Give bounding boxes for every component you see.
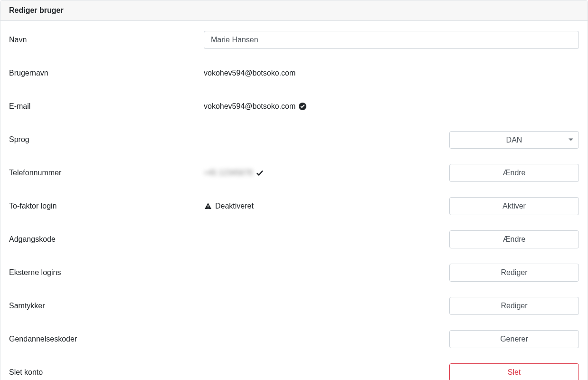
- external-logins-edit-button[interactable]: Rediger: [449, 264, 579, 282]
- name-label: Navn: [9, 36, 204, 44]
- phone-change-button[interactable]: Ændre: [449, 164, 579, 182]
- panel-body: Navn Brugernavn vokohev594@botsoko.com E…: [0, 21, 588, 380]
- email-row: E-mail vokohev594@botsoko.com: [9, 96, 579, 117]
- twofactor-value-wrapper: Deaktiveret: [204, 202, 449, 210]
- email-label: E-mail: [9, 102, 204, 111]
- consents-action-col: Rediger: [449, 297, 579, 315]
- check-icon: [256, 169, 264, 177]
- twofactor-status: Deaktiveret: [215, 202, 254, 210]
- consents-label: Samtykker: [9, 302, 204, 310]
- panel-header: Rediger bruger: [0, 0, 588, 21]
- username-label: Brugernavn: [9, 69, 204, 77]
- twofactor-activate-button[interactable]: Aktiver: [449, 197, 579, 215]
- password-label: Adgangskode: [9, 235, 204, 244]
- svg-rect-2: [208, 208, 209, 209]
- recovery-codes-row: Gendannelseskoder Generer: [9, 329, 579, 350]
- name-input[interactable]: [204, 31, 579, 49]
- phone-action-col: Ændre: [449, 164, 579, 182]
- recovery-codes-action-col: Generer: [449, 330, 579, 348]
- language-label: Sprog: [9, 135, 204, 144]
- username-value: vokohev594@botsoko.com: [204, 69, 579, 77]
- email-value: vokohev594@botsoko.com: [204, 102, 295, 111]
- password-row: Adgangskode Ændre: [9, 229, 579, 250]
- external-logins-label: Eksterne logins: [9, 268, 204, 277]
- name-row: Navn: [9, 29, 579, 50]
- language-row: Sprog DAN: [9, 129, 579, 150]
- phone-value-masked: +45 12345678: [204, 169, 253, 177]
- delete-account-button[interactable]: Slet: [449, 363, 579, 380]
- consents-edit-button[interactable]: Rediger: [449, 297, 579, 315]
- twofactor-label: To-faktor login: [9, 202, 204, 210]
- svg-rect-1: [208, 205, 209, 208]
- twofactor-action-col: Aktiver: [449, 197, 579, 215]
- language-select-wrapper: DAN: [449, 131, 579, 149]
- password-action-col: Ændre: [449, 230, 579, 248]
- delete-account-action-col: Slet: [449, 363, 579, 380]
- email-value-wrapper: vokohev594@botsoko.com: [204, 102, 579, 111]
- phone-row: Telefonnummer +45 12345678 Ændre: [9, 162, 579, 183]
- language-action-col: DAN: [449, 131, 579, 149]
- consents-row: Samtykker Rediger: [9, 295, 579, 316]
- external-logins-row: Eksterne logins Rediger: [9, 262, 579, 283]
- phone-value-wrapper: +45 12345678: [204, 169, 449, 177]
- recovery-codes-label: Gendannelseskoder: [9, 335, 204, 343]
- warning-icon: [204, 202, 212, 210]
- delete-account-label: Slet konto: [9, 368, 204, 377]
- recovery-codes-generate-button[interactable]: Generer: [449, 330, 579, 348]
- phone-label: Telefonnummer: [9, 169, 204, 177]
- edit-user-panel: Rediger bruger Navn Brugernavn vokohev59…: [0, 0, 588, 380]
- username-row: Brugernavn vokohev594@botsoko.com: [9, 63, 579, 84]
- language-select[interactable]: DAN: [449, 131, 579, 149]
- name-value-wrapper: [204, 31, 579, 49]
- panel-title: Rediger bruger: [9, 6, 579, 15]
- check-circle-icon: [298, 102, 307, 111]
- external-logins-action-col: Rediger: [449, 264, 579, 282]
- password-change-button[interactable]: Ændre: [449, 230, 579, 248]
- twofactor-row: To-faktor login Deaktiveret Aktiver: [9, 196, 579, 217]
- delete-account-row: Slet konto Slet: [9, 362, 579, 380]
